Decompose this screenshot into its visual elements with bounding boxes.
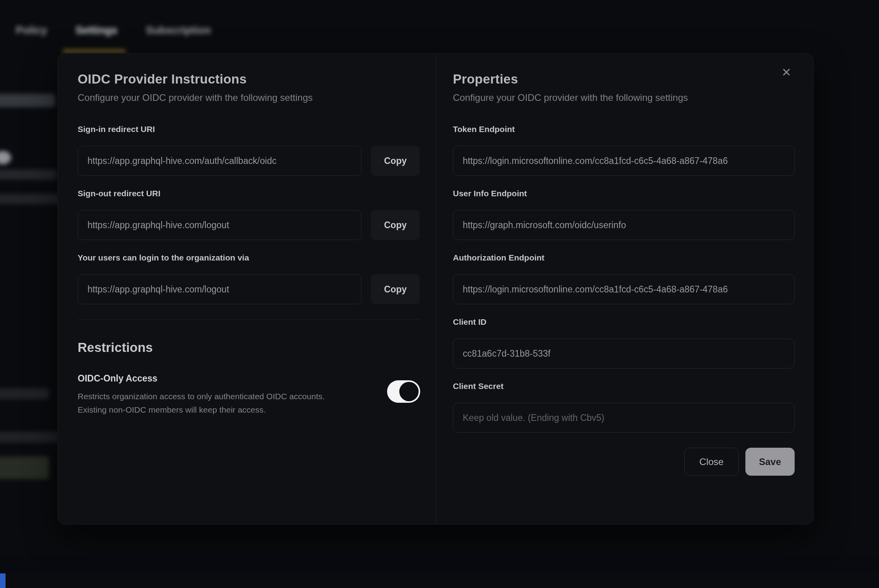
signout-redirect-row: Copy [78,210,420,240]
toggle-knob [399,382,419,401]
login-via-label: Your users can login to the organization… [78,253,420,262]
description-line-1: Restricts organization access to only au… [78,392,325,401]
blurred-text-fragment [0,94,55,107]
active-tab-underline [63,50,126,52]
oidc-only-access-row: OIDC-Only Access Restricts organization … [78,373,420,417]
blurred-text-fragment [0,432,59,443]
save-button[interactable]: Save [745,448,795,476]
user-info-endpoint-input[interactable] [453,210,795,240]
blurred-text-fragment [0,169,57,180]
properties-title: Properties [453,72,795,87]
restrictions-title: Restrictions [78,340,420,355]
oidc-settings-modal: ✕ OIDC Provider Instructions Configure y… [58,53,814,525]
properties-subtitle: Configure your OIDC provider with the fo… [453,92,795,103]
copy-login-via-button[interactable]: Copy [371,274,420,304]
client-id-input[interactable] [453,339,795,368]
login-via-row: Copy [78,274,420,304]
client-secret-label: Client Secret [453,381,795,391]
signout-redirect-input[interactable] [78,210,361,240]
authorization-endpoint-input[interactable] [453,274,795,304]
copy-signin-button[interactable]: Copy [371,146,420,176]
oidc-only-access-label: OIDC-Only Access [78,373,369,384]
client-id-label: Client ID [453,317,795,327]
login-via-input[interactable] [78,274,361,304]
description-line-2: Existing non-OIDC members will keep thei… [78,405,266,414]
blurred-text-fragment [0,388,49,399]
token-endpoint-input[interactable] [453,146,795,176]
corner-blue-fragment [0,573,6,588]
column-divider [436,54,436,524]
authorization-endpoint-label: Authorization Endpoint [453,253,795,262]
instructions-subtitle: Configure your OIDC provider with the fo… [78,92,420,103]
oidc-only-access-texts: OIDC-Only Access Restricts organization … [78,373,369,417]
client-secret-input[interactable] [453,403,795,433]
section-divider [78,319,420,320]
copy-signout-button[interactable]: Copy [371,210,420,240]
token-endpoint-label: Token Endpoint [453,125,795,134]
close-button[interactable]: Close [684,448,739,476]
signin-redirect-row: Copy [78,146,420,176]
signout-redirect-label: Sign-out redirect URI [78,189,420,198]
blurred-button-fragment [0,456,49,479]
oidc-instructions-column: OIDC Provider Instructions Configure you… [78,72,420,417]
instructions-title: OIDC Provider Instructions [78,72,420,87]
oidc-only-access-toggle[interactable] [387,380,420,403]
blurred-text-fragment [0,194,61,204]
page: Policy Settings Subscription ✕ OIDC Prov… [0,0,879,588]
signin-redirect-input[interactable] [78,146,361,176]
bottom-band [0,556,879,572]
tab-bar: Policy Settings Subscription [16,24,211,37]
signin-redirect-label: Sign-in redirect URI [78,125,420,134]
tab-settings[interactable]: Settings [76,24,118,37]
oidc-only-access-description: Restricts organization access to only au… [78,390,369,417]
modal-footer: Close Save [453,448,795,476]
tab-subscription[interactable]: Subscription [146,24,211,37]
blurred-avatar-fragment [0,151,11,164]
tab-policy[interactable]: Policy [16,24,47,37]
user-info-endpoint-label: User Info Endpoint [453,189,795,198]
properties-column: Properties Configure your OIDC provider … [453,72,795,476]
